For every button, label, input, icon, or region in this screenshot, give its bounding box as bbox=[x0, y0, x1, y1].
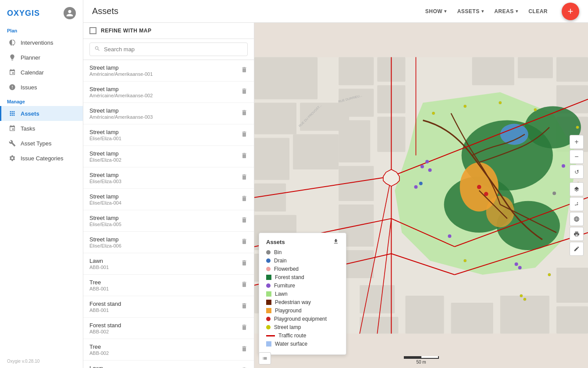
asset-sub: ABB-001 bbox=[89, 286, 109, 291]
asset-action-icon[interactable] bbox=[241, 216, 248, 225]
sidebar-item-label: Issue Categories bbox=[21, 155, 64, 162]
svg-point-56 bbox=[414, 185, 417, 189]
asset-name: Tree bbox=[89, 279, 109, 286]
asset-info: Street lamp Élise/Eliza-001 bbox=[89, 129, 121, 141]
legend-item-label: Traffic route bbox=[278, 333, 306, 339]
asset-sub: Américaine/Amerikaanse-003 bbox=[89, 114, 153, 120]
refine-checkbox[interactable] bbox=[89, 27, 96, 34]
asset-action-icon[interactable] bbox=[241, 152, 248, 161]
svg-rect-11 bbox=[339, 57, 374, 85]
print-button[interactable] bbox=[570, 227, 584, 241]
asset-list-item[interactable]: Street lamp Élise/Eliza-002 bbox=[83, 146, 254, 167]
asset-action-icon[interactable] bbox=[241, 173, 248, 182]
logo-text: OXYGIS bbox=[7, 9, 40, 18]
svg-point-72 bbox=[484, 192, 488, 196]
rotate-button[interactable]: ↺ bbox=[570, 165, 584, 179]
asset-panel: REFINE WITH MAP Street lamp Américaine/A… bbox=[83, 23, 254, 368]
asset-list-item[interactable]: Forest stand ABB-002 bbox=[83, 318, 254, 339]
asset-name: Street lamp bbox=[89, 172, 121, 178]
asset-sub: Américaine/Amerikaanse-001 bbox=[89, 71, 153, 77]
tasks-icon bbox=[8, 124, 16, 132]
sidebar-item-issue-categories[interactable]: Issue Categories bbox=[0, 151, 83, 166]
asset-list-item[interactable]: Street lamp Élise/Eliza-004 bbox=[83, 189, 254, 210]
ruler-button[interactable] bbox=[570, 242, 584, 256]
legend-item: Traffic route bbox=[266, 333, 339, 339]
asset-list-item[interactable]: Lawn ABB-001 bbox=[83, 253, 254, 275]
legend-download-icon[interactable] bbox=[333, 238, 339, 246]
sidebar-item-interventions[interactable]: Interventions bbox=[0, 35, 83, 50]
legend-item-label: Bin bbox=[274, 249, 282, 255]
areas-button[interactable]: AREAS ▾ bbox=[489, 5, 523, 18]
asset-action-icon[interactable] bbox=[241, 109, 248, 118]
asset-list-item[interactable]: Street lamp Élise/Eliza-003 bbox=[83, 167, 254, 189]
search-input[interactable] bbox=[104, 46, 243, 53]
sidebar-item-tasks[interactable]: Tasks bbox=[0, 121, 83, 136]
asset-action-icon[interactable] bbox=[241, 259, 248, 268]
svg-point-54 bbox=[425, 160, 429, 163]
avatar[interactable] bbox=[64, 7, 76, 19]
route-button[interactable] bbox=[570, 197, 584, 211]
svg-point-73 bbox=[552, 191, 556, 195]
asset-action-icon[interactable] bbox=[241, 66, 248, 75]
asset-sub: Américaine/Amerikaanse-002 bbox=[89, 93, 153, 98]
svg-rect-25 bbox=[451, 303, 493, 333]
sidebar-item-asset-types[interactable]: Asset Types bbox=[0, 136, 83, 151]
asset-action-icon[interactable] bbox=[241, 302, 248, 311]
map-controls: + − ↺ bbox=[570, 135, 584, 256]
svg-point-74 bbox=[419, 182, 423, 185]
asset-list-item[interactable]: Street lamp Élise/Eliza-005 bbox=[83, 210, 254, 232]
asset-list-item[interactable]: Street lamp Élise/Eliza-006 bbox=[83, 232, 254, 253]
legend-item-label: Pedestrian way bbox=[275, 299, 311, 305]
scale-line bbox=[404, 356, 439, 359]
asset-list-item[interactable]: Lawn ABB-002 bbox=[83, 361, 254, 368]
asset-list-item[interactable]: Tree ABB-001 bbox=[83, 275, 254, 296]
asset-list-item[interactable]: Street lamp Américaine/Amerikaanse-002 bbox=[83, 81, 254, 103]
asset-action-icon[interactable] bbox=[241, 324, 248, 333]
asset-list-item[interactable]: Street lamp Américaine/Amerikaanse-001 bbox=[83, 60, 254, 81]
legend-item-label: Furniture bbox=[274, 283, 295, 289]
asset-list-item[interactable]: Street lamp Élise/Eliza-001 bbox=[83, 124, 254, 146]
asset-list-item[interactable]: Forest stand ABB-001 bbox=[83, 296, 254, 318]
refine-label: REFINE WITH MAP bbox=[101, 28, 152, 34]
add-button[interactable]: + bbox=[562, 3, 579, 20]
topbar-actions: SHOW ▾ ASSETS ▾ AREAS ▾ CLEAR + bbox=[420, 3, 579, 20]
asset-action-icon[interactable] bbox=[241, 281, 248, 290]
asset-name: Street lamp bbox=[89, 129, 121, 135]
asset-info: Forest stand ABB-001 bbox=[89, 301, 121, 313]
clear-button[interactable]: CLEAR bbox=[523, 5, 553, 18]
legend-item: Water surface bbox=[266, 341, 339, 347]
refine-bar: REFINE WITH MAP bbox=[83, 23, 254, 39]
planner-icon bbox=[8, 53, 16, 61]
sidebar-item-planner[interactable]: Planner bbox=[0, 50, 83, 65]
asset-list-item[interactable]: Street lamp Américaine/Amerikaanse-003 bbox=[83, 103, 254, 124]
sidebar: OXYGIS Plan Interventions Planner Calend… bbox=[0, 0, 83, 368]
map-area[interactable]: RUE DU PROVOST... RUE DURRIEU... Assets … bbox=[254, 23, 588, 368]
asset-action-icon[interactable] bbox=[241, 88, 248, 96]
svg-point-71 bbox=[477, 185, 481, 189]
asset-name: Street lamp bbox=[89, 193, 121, 200]
asset-list-item[interactable]: Tree ABB-002 bbox=[83, 339, 254, 361]
asset-info: Forest stand ABB-002 bbox=[89, 322, 121, 334]
list-view-button[interactable] bbox=[259, 352, 271, 364]
zoom-out-button[interactable]: − bbox=[570, 150, 584, 164]
sidebar-item-issues[interactable]: Issues bbox=[0, 80, 83, 95]
globe-button[interactable] bbox=[570, 212, 584, 226]
sidebar-item-assets[interactable]: Assets bbox=[0, 106, 83, 121]
asset-sub: Élise/Eliza-001 bbox=[89, 136, 121, 141]
asset-action-icon[interactable] bbox=[241, 345, 248, 354]
asset-sub: Élise/Eliza-006 bbox=[89, 243, 121, 248]
svg-point-61 bbox=[432, 112, 435, 114]
svg-rect-12 bbox=[339, 88, 374, 117]
layers-button[interactable] bbox=[570, 182, 584, 196]
asset-name: Street lamp bbox=[89, 236, 121, 243]
asset-action-icon[interactable] bbox=[241, 195, 248, 204]
sidebar-item-calendar[interactable]: Calendar bbox=[0, 65, 83, 80]
calendar-icon bbox=[8, 68, 16, 76]
show-button[interactable]: SHOW ▾ bbox=[420, 5, 452, 18]
zoom-in-button[interactable]: + bbox=[570, 135, 584, 149]
svg-point-60 bbox=[518, 266, 522, 269]
asset-action-icon[interactable] bbox=[241, 131, 248, 139]
scale-label: 50 m bbox=[416, 360, 426, 364]
assets-button[interactable]: ASSETS ▾ bbox=[452, 5, 489, 18]
asset-action-icon[interactable] bbox=[241, 238, 248, 247]
